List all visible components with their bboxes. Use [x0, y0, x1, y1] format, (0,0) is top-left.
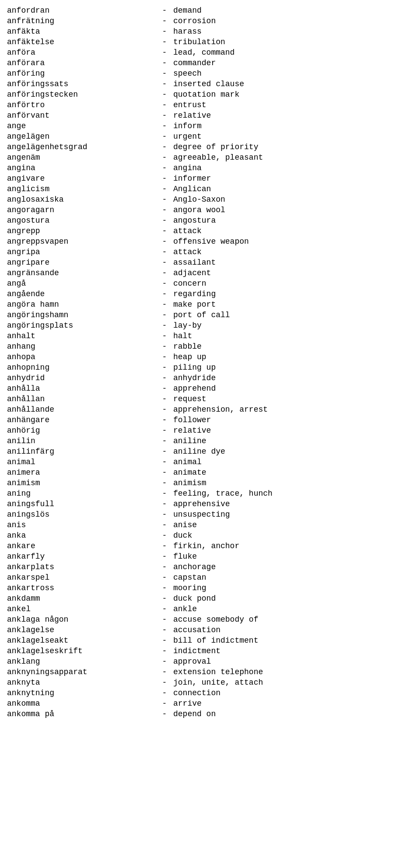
list-item: anhörig-relative: [7, 425, 413, 436]
list-item: anklagelseakt-bill of indictment: [7, 635, 413, 646]
english-translation: lead, command: [173, 47, 413, 58]
english-translation: inserted clause: [173, 79, 413, 89]
list-item: aningslös-unsuspecting: [7, 509, 413, 520]
swedish-word: angina: [7, 163, 156, 173]
english-translation: aniline: [173, 436, 413, 446]
separator-dash: -: [156, 499, 173, 509]
separator-dash: -: [156, 320, 173, 331]
list-item: ankomma på-depend on: [7, 709, 413, 719]
separator-dash: -: [156, 236, 173, 247]
separator-dash: -: [156, 604, 173, 614]
swedish-word: angående: [7, 289, 156, 299]
separator-dash: -: [156, 667, 173, 677]
english-translation: firkin, anchor: [173, 541, 413, 551]
list-item: angöringsplats-lay-by: [7, 320, 413, 331]
english-translation: request: [173, 394, 413, 404]
english-translation: harass: [173, 26, 413, 37]
separator-dash: -: [156, 310, 173, 320]
list-item: angostura-angostura: [7, 215, 413, 226]
separator-dash: -: [156, 436, 173, 446]
english-translation: capstan: [173, 572, 413, 583]
swedish-word: ankarspel: [7, 572, 156, 583]
swedish-word: animal: [7, 457, 156, 467]
separator-dash: -: [156, 593, 173, 604]
separator-dash: -: [156, 341, 173, 352]
separator-dash: -: [156, 520, 173, 530]
swedish-word: anhållan: [7, 394, 156, 404]
separator-dash: -: [156, 163, 173, 173]
swedish-word: ankarfly: [7, 551, 156, 562]
english-translation: feeling, trace, hunch: [173, 488, 413, 499]
english-translation: piling up: [173, 362, 413, 373]
list-item: anfordran-demand: [7, 5, 413, 16]
list-item: anhängare-follower: [7, 415, 413, 425]
english-translation: connection: [173, 688, 413, 698]
separator-dash: -: [156, 614, 173, 625]
separator-dash: -: [156, 142, 173, 152]
swedish-word: anklaga någon: [7, 614, 156, 625]
separator-dash: -: [156, 79, 173, 89]
list-item: angivare-informer: [7, 173, 413, 184]
separator-dash: -: [156, 152, 173, 163]
list-item: anilin-aniline: [7, 436, 413, 446]
english-translation: accuse somebody of: [173, 614, 413, 625]
english-translation: accusation: [173, 625, 413, 635]
separator-dash: -: [156, 184, 173, 194]
english-translation: relative: [173, 425, 413, 436]
english-translation: depend on: [173, 709, 413, 719]
swedish-word: anhållande: [7, 404, 156, 415]
swedish-word: aning: [7, 488, 156, 499]
list-item: angoragarn-angora wool: [7, 205, 413, 215]
separator-dash: -: [156, 656, 173, 667]
english-translation: attack: [173, 247, 413, 257]
english-translation: degree of priority: [173, 142, 413, 152]
swedish-word: anhopa: [7, 352, 156, 362]
english-translation: apprehensive: [173, 499, 413, 509]
english-translation: tribulation: [173, 37, 413, 47]
swedish-word: ankomma: [7, 698, 156, 709]
list-item: anfrätning-corrosion: [7, 16, 413, 26]
english-translation: quotation mark: [173, 89, 413, 100]
english-translation: arrive: [173, 698, 413, 709]
swedish-word: anknyta: [7, 677, 156, 688]
english-translation: speech: [173, 68, 413, 79]
list-item: anhopa-heap up: [7, 352, 413, 362]
list-item: animism-animism: [7, 478, 413, 488]
separator-dash: -: [156, 562, 173, 572]
swedish-word: anfrätning: [7, 16, 156, 26]
separator-dash: -: [156, 394, 173, 404]
list-item: angå-concern: [7, 278, 413, 289]
separator-dash: -: [156, 583, 173, 593]
english-translation: apprehend: [173, 383, 413, 394]
list-item: ankarfly-fluke: [7, 551, 413, 562]
english-translation: bill of indictment: [173, 635, 413, 646]
separator-dash: -: [156, 226, 173, 236]
separator-dash: -: [156, 446, 173, 457]
swedish-word: angränsande: [7, 268, 156, 278]
english-translation: extension telephone: [173, 667, 413, 677]
list-item: aningsfull-apprehensive: [7, 499, 413, 509]
separator-dash: -: [156, 467, 173, 478]
separator-dash: -: [156, 278, 173, 289]
separator-dash: -: [156, 100, 173, 110]
english-translation: anhydride: [173, 373, 413, 383]
swedish-word: anfordran: [7, 5, 156, 16]
list-item: anförtro-entrust: [7, 100, 413, 110]
english-translation: lay-by: [173, 320, 413, 331]
english-translation: commander: [173, 58, 413, 68]
swedish-word: ankartross: [7, 583, 156, 593]
list-item: angränsande-adjacent: [7, 268, 413, 278]
list-item: ankarplats-anchorage: [7, 562, 413, 572]
separator-dash: -: [156, 68, 173, 79]
separator-dash: -: [156, 352, 173, 362]
english-translation: ankle: [173, 604, 413, 614]
separator-dash: -: [156, 698, 173, 709]
separator-dash: -: [156, 551, 173, 562]
swedish-word: anklang: [7, 656, 156, 667]
separator-dash: -: [156, 257, 173, 268]
english-translation: fluke: [173, 551, 413, 562]
separator-dash: -: [156, 509, 173, 520]
swedish-word: anföringssats: [7, 79, 156, 89]
separator-dash: -: [156, 89, 173, 100]
swedish-word: ankdamm: [7, 593, 156, 604]
